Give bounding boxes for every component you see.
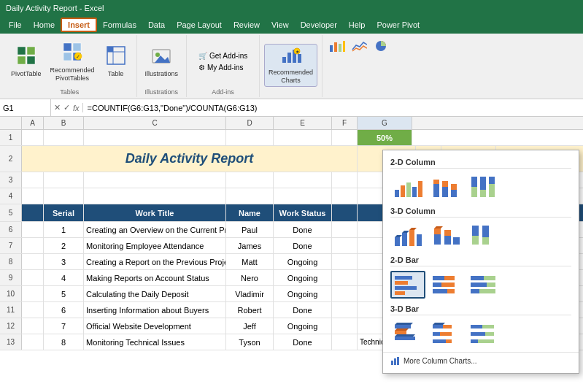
stacked-bar-2d-icon[interactable]	[428, 271, 463, 299]
cell-d11[interactable]: Robert	[226, 302, 274, 318]
menu-formulas[interactable]: Formulas	[97, 19, 142, 31]
formula-input[interactable]: =COUNTIF(G6:G13,"Done")/COUNTA(G6:G13)	[83, 104, 583, 112]
cell-b9[interactable]: 4	[44, 270, 84, 285]
cell-e12[interactable]: Ongoing	[274, 318, 332, 334]
cell-f13[interactable]	[332, 334, 358, 350]
cell-e4[interactable]	[274, 188, 332, 204]
table-button[interactable]: Table	[100, 43, 132, 80]
cell-e13[interactable]: Done	[274, 334, 332, 350]
stacked-column-3d-icon[interactable]	[428, 222, 463, 250]
cell-d4[interactable]	[226, 188, 274, 204]
cell-c1[interactable]	[84, 130, 226, 145]
cell-c10[interactable]: Calculating the Daily Deposit	[84, 286, 226, 301]
cell-f1[interactable]	[332, 130, 358, 145]
cell-d9[interactable]: Nero	[226, 270, 274, 285]
cell-g1[interactable]: 50%	[358, 130, 412, 145]
cell-e3[interactable]	[274, 172, 332, 188]
menu-insert[interactable]: Insert	[61, 18, 97, 32]
pie-chart-button[interactable]	[371, 38, 391, 54]
clustered-bar-2d-icon[interactable]	[390, 271, 425, 299]
cell-reference[interactable]: G1	[0, 99, 51, 116]
function-icon[interactable]: fx	[73, 104, 80, 112]
cell-d12[interactable]: Jeff	[226, 318, 274, 334]
col-header-e[interactable]: E	[274, 117, 332, 129]
cell-a3[interactable]	[22, 172, 44, 188]
cell-c11[interactable]: Inserting Information about Buyers	[84, 302, 226, 318]
stacked-bar-3d-icon[interactable]	[428, 320, 463, 347]
cell-c4[interactable]	[84, 188, 226, 204]
cell-b13[interactable]: 8	[44, 334, 84, 350]
cell-a7[interactable]	[22, 238, 44, 253]
100pct-stacked-bar-3d-icon[interactable]	[466, 320, 501, 347]
line-chart-button[interactable]	[349, 38, 369, 54]
clustered-column-3d-icon[interactable]	[390, 222, 425, 250]
get-addins-button[interactable]: 🛒 Get Add-ins	[195, 50, 251, 61]
cell-f7[interactable]	[332, 238, 358, 253]
cell-e1[interactable]	[274, 130, 332, 145]
recommended-charts-button[interactable]: ★ RecommendedCharts	[264, 44, 317, 88]
cell-e11[interactable]: Done	[274, 302, 332, 318]
cell-c3[interactable]	[84, 172, 226, 188]
cell-c13[interactable]: Monitoring Technical Issues	[84, 334, 226, 350]
menu-developer[interactable]: Developer	[295, 19, 343, 31]
cell-d3[interactable]	[226, 172, 274, 188]
cell-f6[interactable]	[332, 222, 358, 237]
cell-a1[interactable]	[22, 130, 44, 145]
100pct-stacked-column-3d-icon[interactable]	[466, 222, 501, 250]
cell-d10[interactable]: Vladimir	[226, 286, 274, 301]
cell-f10[interactable]	[332, 286, 358, 301]
cell-e7[interactable]: Done	[274, 238, 332, 253]
col-header-c[interactable]: C	[84, 117, 226, 129]
cell-c6[interactable]: Creating an Overview on the Current Proj…	[84, 222, 226, 237]
cell-b3[interactable]	[44, 172, 84, 188]
pivot-table-button[interactable]: PivotTable	[7, 43, 45, 80]
cell-a11[interactable]	[22, 302, 44, 318]
cell-b12[interactable]: 7	[44, 318, 84, 334]
cell-b11[interactable]: 6	[44, 302, 84, 318]
100pct-stacked-bar-2d-icon[interactable]	[466, 271, 501, 299]
clustered-bar-3d-icon[interactable]	[390, 320, 425, 347]
cell-f9[interactable]	[332, 270, 358, 285]
cell-d6[interactable]: Paul	[226, 222, 274, 237]
cell-f8[interactable]	[332, 254, 358, 269]
cell-d7[interactable]: James	[226, 238, 274, 253]
col-header-b[interactable]: B	[44, 117, 84, 129]
col-header-f[interactable]: F	[332, 117, 358, 129]
cell-e10[interactable]: Ongoing	[274, 286, 332, 301]
cell-d1[interactable]	[226, 130, 274, 145]
cell-a10[interactable]	[22, 286, 44, 301]
cell-c8[interactable]: Creating a Report on the Previous Projec…	[84, 254, 226, 269]
100pct-stacked-column-2d-icon[interactable]	[466, 173, 501, 201]
cell-a8[interactable]	[22, 254, 44, 269]
cell-b1[interactable]	[44, 130, 84, 145]
menu-file[interactable]: File	[3, 19, 28, 31]
cell-b8[interactable]: 3	[44, 254, 84, 269]
clustered-column-2d-icon[interactable]	[390, 173, 425, 201]
column-chart-button[interactable]	[327, 38, 347, 54]
cell-b4[interactable]	[44, 188, 84, 204]
cancel-formula-icon[interactable]: ✕	[54, 103, 61, 112]
cell-d8[interactable]: Matt	[226, 254, 274, 269]
col-header-a[interactable]: A	[22, 117, 44, 129]
my-addins-button[interactable]: ⚙ My Add-ins	[195, 62, 251, 73]
stacked-column-2d-icon[interactable]	[428, 173, 463, 201]
cell-c12[interactable]: Official Website Development	[84, 318, 226, 334]
cell-title[interactable]: Daily Activity Report	[22, 146, 358, 172]
cell-d13[interactable]: Tyson	[226, 334, 274, 350]
col-header-g[interactable]: G	[358, 117, 412, 129]
cell-e6[interactable]: Done	[274, 222, 332, 237]
cell-b7[interactable]: 2	[44, 238, 84, 253]
cell-f11[interactable]	[332, 302, 358, 318]
header-name[interactable]: Name	[226, 204, 274, 221]
illustrations-button[interactable]: Illustrations	[142, 43, 182, 80]
cell-a4[interactable]	[22, 188, 44, 204]
header-work-title[interactable]: Work Title	[84, 204, 226, 221]
cell-f12[interactable]	[332, 318, 358, 334]
menu-data[interactable]: Data	[142, 19, 171, 31]
cell-c7[interactable]: Monitoring Employee Attendance	[84, 238, 226, 253]
cell-b10[interactable]: 5	[44, 286, 84, 301]
cell-b6[interactable]: 1	[44, 222, 84, 237]
menu-home[interactable]: Home	[28, 19, 61, 31]
cell-a12[interactable]	[22, 318, 44, 334]
cell-a13[interactable]	[22, 334, 44, 350]
